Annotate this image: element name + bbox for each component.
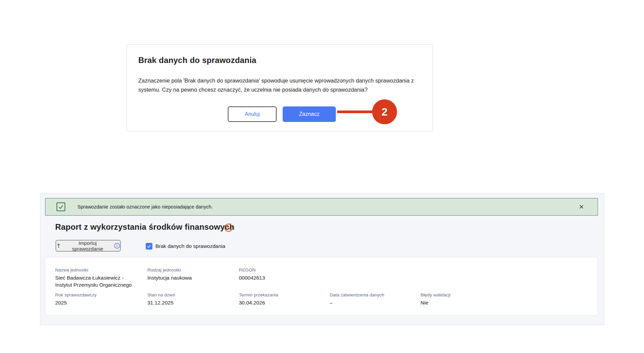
field-value: Instytucja naukowa (147, 274, 192, 281)
upload-arrow-icon: ↑ (56, 243, 61, 249)
field-value: Sieć Badawcza Łukasiewicz - Instytut Prz… (55, 274, 141, 288)
report-panel: Sprawozdanie zostało oznaczone jako niep… (40, 193, 604, 325)
page-title: Raport z wykorzystania środków finansowy… (55, 222, 235, 232)
field-label: Data zatwierdzenia danych (330, 292, 384, 297)
import-report-button[interactable]: ↑ Importuj sprawozdanie (56, 240, 121, 252)
confirm-zaznacz-button[interactable]: Zaznacz (283, 106, 336, 122)
field-label: Nazwa jednostki (55, 267, 141, 272)
field-data-zatwierdzenia: Data zatwierdzenia danych – (330, 292, 384, 306)
field-label: Stan na dzień (147, 292, 175, 297)
field-rodzaj-jednostki: Rodzaj jednostki Instytucja naukowa (147, 267, 192, 281)
annotation-step-number: 2 (382, 106, 388, 118)
field-value: 30.04.2026 (239, 299, 278, 306)
annotation-connector-line (337, 110, 373, 113)
import-report-button-label: Importuj sprawozdanie (64, 240, 111, 252)
field-label: Błędy walidacji (421, 292, 451, 297)
unit-details-card: Nazwa jednostki Sieć Badawcza Łukasiewic… (45, 257, 598, 316)
dialog-body-text: Zaznaczenie pola 'Brak danych do sprawoz… (138, 76, 425, 94)
field-rok-sprawozdawczy: Rok sprawozdawczy 2025 (55, 292, 97, 306)
field-label: Rok sprawozdawczy (55, 292, 97, 297)
annotation-step-badge: 2 (372, 99, 397, 124)
cancel-button[interactable]: Anuluj (228, 106, 277, 122)
info-icon[interactable] (114, 243, 120, 249)
field-label: Rodzaj jednostki (147, 267, 192, 272)
prohibition-icon (224, 223, 233, 232)
field-termin-przekazania: Termin przekazania 30.04.2026 (239, 292, 278, 306)
checked-checkbox-icon (57, 202, 65, 211)
field-stan-na-dzien: Stan na dzień 31.12.2025 (147, 292, 175, 306)
field-nazwa-jednostki: Nazwa jednostki Sieć Badawcza Łukasiewic… (55, 267, 141, 288)
checkmark-icon (58, 204, 64, 210)
banner-message: Sprawozdanie zostało oznaczone jako niep… (77, 198, 213, 215)
dialog-title: Brak danych do sprawozdania (138, 56, 256, 65)
field-value: 000042613 (239, 274, 265, 281)
checkmark-icon (147, 244, 151, 249)
field-label: Termin przekazania (239, 292, 278, 297)
field-value: – (330, 299, 384, 306)
no-data-checkbox[interactable] (146, 243, 152, 250)
field-regon: REGON 000042613 (239, 267, 265, 281)
field-value: 2025 (55, 299, 97, 306)
success-banner: Sprawozdanie zostało oznaczone jako niep… (45, 198, 598, 216)
page: Brak danych do sprawozdania Zaznaczenie … (0, 0, 644, 353)
no-data-checkbox-row[interactable]: Brak danych do sprawozdania (146, 243, 225, 250)
field-value: Nie (421, 299, 451, 306)
no-data-checkbox-label: Brak danych do sprawozdania (155, 243, 225, 249)
field-bledy-walidacji: Błędy walidacji Nie (421, 292, 451, 306)
close-icon[interactable]: × (577, 203, 585, 211)
field-label: REGON (239, 267, 265, 272)
field-value: 31.12.2025 (147, 299, 175, 306)
